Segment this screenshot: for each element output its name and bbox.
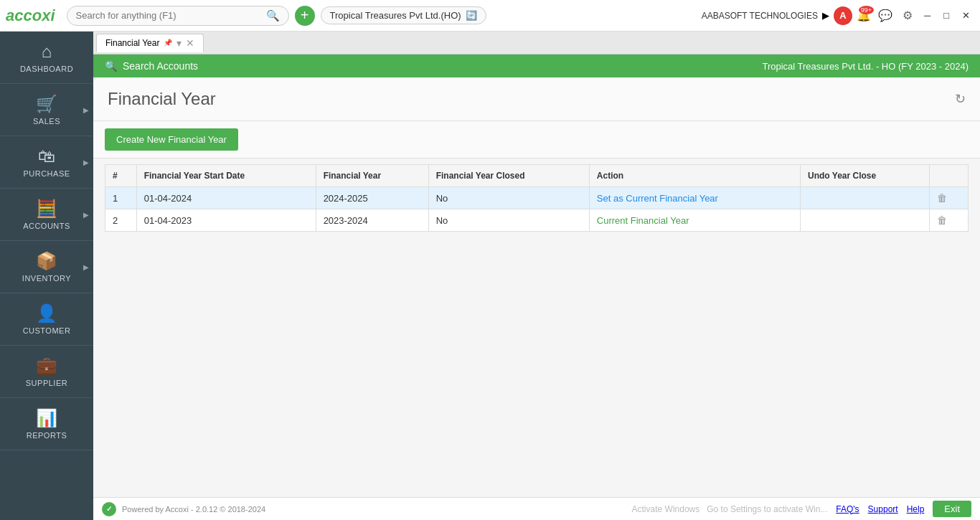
- footer-logo: ✓: [102, 502, 116, 516]
- cell-action[interactable]: Current Financial Year: [589, 209, 800, 232]
- sidebar-item-dashboard[interactable]: ⌂ DASHBOARD: [0, 32, 93, 84]
- maximize-button[interactable]: □: [939, 9, 953, 22]
- cell-financial-year: 2023-2024: [316, 209, 428, 232]
- create-financial-year-button[interactable]: Create New Financial Year: [105, 128, 238, 151]
- sidebar-item-customer[interactable]: 👤 CUSTOMER: [0, 293, 93, 346]
- tab-bar: Financial Year 📌 ▾ ✕: [93, 32, 980, 55]
- sidebar-label-purchase: PURCHASE: [23, 169, 70, 178]
- settings-button[interactable]: ⚙: [900, 6, 915, 25]
- col-closed: Financial Year Closed: [428, 165, 589, 187]
- faqs-link[interactable]: FAQ's: [836, 504, 859, 514]
- reports-icon: 📊: [36, 408, 57, 428]
- content-area: Financial Year 📌 ▾ ✕ 🔍 Search Accounts T…: [93, 32, 980, 520]
- cell-num: 2: [105, 209, 137, 232]
- inventory-icon: 📦: [36, 251, 57, 271]
- cell-start-date: 01-04-2024: [136, 187, 316, 209]
- delete-button[interactable]: 🗑: [937, 192, 947, 204]
- cell-undo: [801, 209, 930, 232]
- cell-start-date: 01-04-2023: [136, 209, 316, 232]
- add-button[interactable]: +: [295, 6, 315, 26]
- dashboard-icon: ⌂: [42, 42, 52, 62]
- table-header-row: # Financial Year Start Date Financial Ye…: [105, 165, 969, 187]
- minimize-button[interactable]: ─: [920, 9, 935, 22]
- powered-by-label: Powered by Accoxi - 2.0.12 © 2018-2024: [122, 505, 265, 514]
- tab-label: Financial Year: [105, 38, 159, 48]
- financial-year-table: # Financial Year Start Date Financial Ye…: [105, 164, 969, 232]
- watermark: Activate Windows Go to Settings to activ…: [632, 504, 828, 514]
- search-accounts-label: Search Accounts: [123, 60, 198, 72]
- tab-close-button[interactable]: ▾: [176, 37, 182, 49]
- sidebar-item-inventory[interactable]: 📦 INVENTORY ▶: [0, 241, 93, 293]
- company-selector[interactable]: Tropical Treasures Pvt Ltd.(HO) 🔄: [321, 6, 486, 24]
- purchase-arrow: ▶: [83, 159, 89, 166]
- sidebar-item-accounts[interactable]: 🧮 ACCOUNTS ▶: [0, 189, 93, 241]
- toolbar: Create New Financial Year: [93, 121, 980, 159]
- footer: ✓ Powered by Accoxi - 2.0.12 © 2018-2024…: [93, 497, 980, 520]
- support-link[interactable]: Support: [868, 504, 898, 514]
- exit-button[interactable]: Exit: [933, 501, 971, 517]
- cell-closed: No: [428, 209, 589, 232]
- delete-button[interactable]: 🗑: [937, 214, 947, 226]
- cell-financial-year: 2024-2025: [316, 187, 428, 209]
- aabasoft-label: AABASOFT TECHNOLOGIES: [702, 11, 818, 21]
- sidebar-label-sales: SALES: [33, 117, 60, 126]
- tab-x-button[interactable]: ✕: [186, 37, 194, 49]
- col-action: Action: [589, 165, 800, 187]
- company-fy-info: Tropical Treasures Pvt Ltd. - HO (FY 202…: [762, 61, 969, 72]
- col-start-date: Financial Year Start Date: [136, 165, 316, 187]
- help-link[interactable]: Help: [907, 504, 925, 514]
- sidebar-label-inventory: INVENTORY: [22, 274, 71, 283]
- company-name: Tropical Treasures Pvt Ltd.(HO): [330, 10, 461, 21]
- purchase-icon: 🛍: [38, 146, 55, 166]
- col-undo: Undo Year Close: [801, 165, 930, 187]
- footer-left: ✓ Powered by Accoxi - 2.0.12 © 2018-2024: [102, 502, 265, 516]
- expand-icon: ▶: [822, 10, 829, 21]
- search-bar[interactable]: 🔍: [67, 6, 289, 26]
- sidebar-label-dashboard: DASHBOARD: [20, 65, 73, 73]
- footer-right: Activate Windows Go to Settings to activ…: [632, 501, 971, 517]
- col-delete: [929, 165, 968, 187]
- refresh-icon[interactable]: 🔄: [466, 10, 477, 21]
- table-row: 1 01-04-2024 2024-2025 No Set as Current…: [105, 187, 969, 209]
- accounts-arrow: ▶: [83, 211, 89, 219]
- sidebar-label-accounts: ACCOUNTS: [23, 222, 70, 230]
- notification-button[interactable]: 🔔 99+: [857, 9, 871, 22]
- search-icon-button[interactable]: 🔍: [266, 9, 280, 22]
- topbar-right: AABASOFT TECHNOLOGIES ▶ A 🔔 99+ 💬 ⚙ ─ □ …: [702, 6, 974, 25]
- sidebar-label-supplier: SUPPLIER: [26, 379, 67, 387]
- cell-delete[interactable]: 🗑: [929, 187, 968, 209]
- close-button[interactable]: ✕: [958, 9, 974, 22]
- tab-financial-year[interactable]: Financial Year 📌 ▾ ✕: [96, 34, 204, 52]
- search-accounts-button[interactable]: 🔍 Search Accounts: [105, 60, 198, 72]
- table-row: 2 01-04-2023 2023-2024 No Current Financ…: [105, 209, 969, 232]
- notification-badge: 99+: [859, 6, 874, 14]
- action-link[interactable]: Current Financial Year: [597, 215, 689, 226]
- action-link[interactable]: Set as Current Financial Year: [597, 193, 718, 204]
- main-layout: ⌂ DASHBOARD 🛒 SALES ▶ 🛍 PURCHASE ▶ 🧮 ACC…: [0, 32, 980, 520]
- sidebar-item-reports[interactable]: 📊 REPORTS: [0, 398, 93, 450]
- search-input[interactable]: [76, 10, 266, 21]
- cell-action[interactable]: Set as Current Financial Year: [589, 187, 800, 209]
- col-num: #: [105, 165, 137, 187]
- cell-undo: [801, 187, 930, 209]
- sidebar-item-supplier[interactable]: 💼 SUPPLIER: [0, 346, 93, 398]
- tab-pin-icon: 📌: [164, 39, 172, 47]
- inventory-arrow: ▶: [83, 263, 89, 271]
- user-avatar: A: [834, 6, 852, 25]
- customer-icon: 👤: [36, 303, 57, 323]
- sidebar-item-purchase[interactable]: 🛍 PURCHASE ▶: [0, 136, 93, 189]
- table-container: # Financial Year Start Date Financial Ye…: [93, 159, 980, 497]
- col-financial-year: Financial Year: [316, 165, 428, 187]
- chat-button[interactable]: 💬: [875, 6, 895, 25]
- reload-button[interactable]: ↻: [955, 91, 966, 107]
- sales-icon: 🛒: [36, 94, 57, 114]
- search-accounts-icon: 🔍: [105, 60, 117, 72]
- cell-delete[interactable]: 🗑: [929, 209, 968, 232]
- supplier-icon: 💼: [36, 356, 57, 376]
- accounts-icon: 🧮: [36, 199, 57, 219]
- sales-arrow: ▶: [83, 106, 89, 114]
- app-logo: accoxi: [6, 6, 55, 25]
- page-header: Financial Year ↻: [93, 77, 980, 121]
- sidebar-item-sales[interactable]: 🛒 SALES ▶: [0, 84, 93, 136]
- cell-closed: No: [428, 187, 589, 209]
